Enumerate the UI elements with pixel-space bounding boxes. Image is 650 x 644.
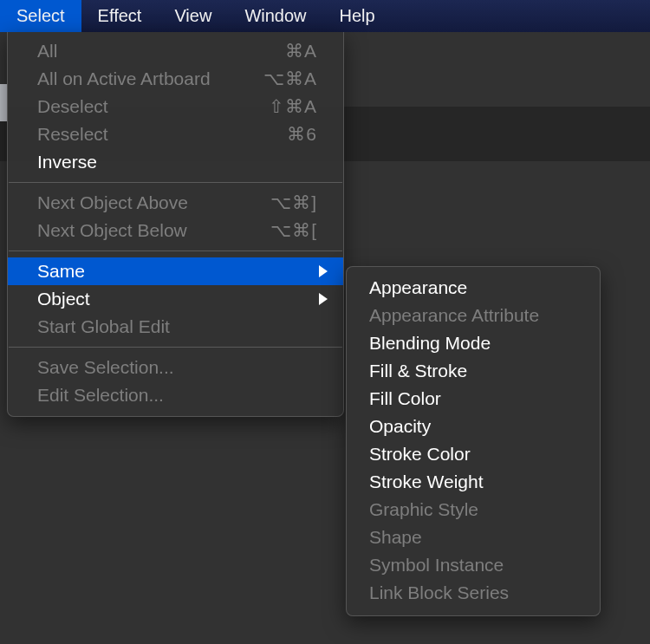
menu-item-start-global-edit: Start Global Edit bbox=[8, 313, 343, 341]
submenu-item-fill-stroke[interactable]: Fill & Stroke bbox=[347, 357, 600, 385]
menu-item-label: Edit Selection... bbox=[37, 385, 317, 406]
menu-item-all-on-active-artboard: All on Active Artboard⌥⌘A bbox=[8, 65, 343, 93]
submenu-item-label: Fill Color bbox=[369, 388, 441, 409]
menu-item-inverse[interactable]: Inverse bbox=[8, 148, 343, 176]
submenu-item-symbol-instance: Symbol Instance bbox=[347, 551, 600, 579]
menu-item-edit-selection: Edit Selection... bbox=[8, 381, 343, 409]
menubar-item-label: View bbox=[174, 6, 211, 26]
menu-item-next-object-below: Next Object Below⌥⌘[ bbox=[8, 217, 343, 244]
menu-item-save-selection: Save Selection... bbox=[8, 354, 343, 381]
menubar-item-label: Window bbox=[244, 6, 306, 26]
menubar-item-label: Help bbox=[340, 6, 375, 26]
menubar-item-view[interactable]: View bbox=[158, 0, 228, 32]
submenu-item-label: Blending Mode bbox=[369, 333, 491, 354]
submenu-item-fill-color[interactable]: Fill Color bbox=[347, 385, 600, 413]
submenu-item-stroke-weight[interactable]: Stroke Weight bbox=[347, 468, 600, 496]
menu-item-shortcut: ⇧⌘A bbox=[269, 96, 317, 117]
menu-item-all: All⌘A bbox=[8, 37, 343, 65]
submenu-item-label: Graphic Style bbox=[369, 499, 478, 520]
menubar: SelectEffectViewWindowHelp bbox=[0, 0, 650, 32]
menu-item-label: All bbox=[37, 41, 285, 62]
menu-item-label: Next Object Above bbox=[37, 192, 270, 213]
submenu-item-label: Stroke Weight bbox=[369, 472, 484, 492]
menu-separator bbox=[9, 182, 342, 183]
submenu-item-label: Stroke Color bbox=[369, 444, 471, 465]
menu-item-shortcut: ⌘6 bbox=[287, 124, 317, 145]
menubar-item-label: Select bbox=[16, 6, 65, 26]
submenu-arrow-icon bbox=[319, 293, 328, 305]
menu-item-label: Save Selection... bbox=[37, 357, 317, 378]
submenu-item-appearance[interactable]: Appearance bbox=[347, 274, 600, 302]
submenu-item-appearance-attribute: Appearance Attribute bbox=[347, 302, 600, 329]
submenu-item-graphic-style: Graphic Style bbox=[347, 496, 600, 524]
menu-item-object[interactable]: Object bbox=[8, 285, 343, 313]
menu-item-shortcut: ⌘A bbox=[285, 41, 317, 62]
submenu-item-label: Link Block Series bbox=[369, 582, 509, 603]
menubar-item-label: Effect bbox=[98, 6, 142, 26]
menu-item-label: Start Global Edit bbox=[37, 316, 317, 337]
submenu-item-label: Appearance Attribute bbox=[369, 305, 539, 326]
submenu-item-label: Symbol Instance bbox=[369, 555, 504, 576]
menubar-item-effect[interactable]: Effect bbox=[81, 0, 159, 32]
submenu-item-blending-mode[interactable]: Blending Mode bbox=[347, 329, 600, 357]
menu-item-label: Reselect bbox=[37, 124, 287, 145]
menubar-item-select[interactable]: Select bbox=[0, 0, 81, 32]
submenu-item-label: Appearance bbox=[369, 277, 467, 298]
menu-separator bbox=[9, 250, 342, 251]
menu-item-label: Same bbox=[37, 261, 317, 282]
submenu-arrow-icon bbox=[319, 265, 328, 277]
submenu-item-link-block-series: Link Block Series bbox=[347, 579, 600, 607]
menu-item-same[interactable]: Same bbox=[8, 257, 343, 285]
menu-item-label: All on Active Artboard bbox=[37, 68, 263, 89]
menu-item-label: Inverse bbox=[37, 152, 317, 172]
submenu-item-shape: Shape bbox=[347, 524, 600, 551]
menu-item-deselect: Deselect⇧⌘A bbox=[8, 93, 343, 120]
submenu-item-label: Fill & Stroke bbox=[369, 361, 467, 381]
menu-item-next-object-above: Next Object Above⌥⌘] bbox=[8, 189, 343, 217]
menu-item-shortcut: ⌥⌘A bbox=[263, 68, 317, 89]
menu-item-label: Object bbox=[37, 289, 317, 309]
submenu-item-label: Opacity bbox=[369, 416, 431, 437]
menu-item-shortcut: ⌥⌘[ bbox=[270, 220, 317, 241]
select-menu-dropdown: All⌘AAll on Active Artboard⌥⌘ADeselect⇧⌘… bbox=[7, 32, 344, 417]
menu-item-shortcut: ⌥⌘] bbox=[270, 192, 317, 213]
submenu-item-opacity[interactable]: Opacity bbox=[347, 413, 600, 440]
submenu-item-stroke-color[interactable]: Stroke Color bbox=[347, 440, 600, 468]
select-same-submenu: AppearanceAppearance AttributeBlending M… bbox=[346, 266, 601, 616]
menubar-item-window[interactable]: Window bbox=[228, 0, 322, 32]
menu-item-label: Next Object Below bbox=[37, 220, 270, 241]
menubar-item-help[interactable]: Help bbox=[323, 0, 392, 32]
menu-item-reselect: Reselect⌘6 bbox=[8, 120, 343, 148]
submenu-item-label: Shape bbox=[369, 527, 422, 548]
menu-item-label: Deselect bbox=[37, 96, 269, 117]
menu-separator bbox=[9, 347, 342, 348]
